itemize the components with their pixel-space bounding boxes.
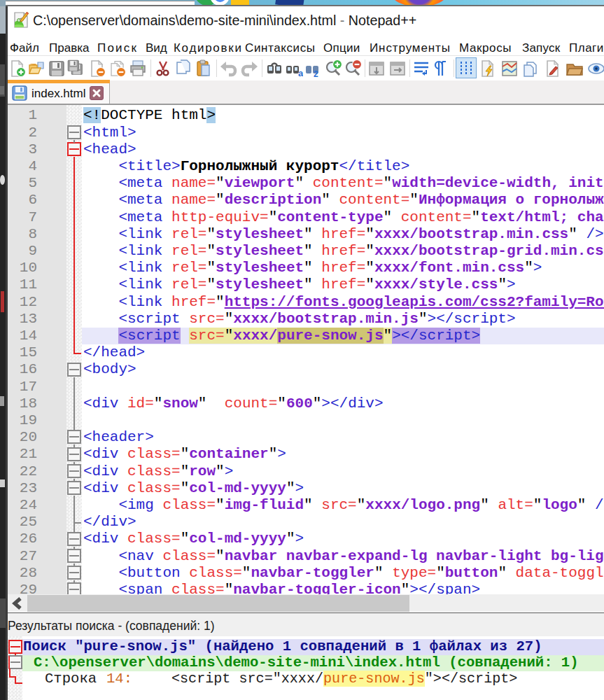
svg-text:2: 2 xyxy=(314,69,318,78)
svg-text:ab: ab xyxy=(298,68,303,78)
